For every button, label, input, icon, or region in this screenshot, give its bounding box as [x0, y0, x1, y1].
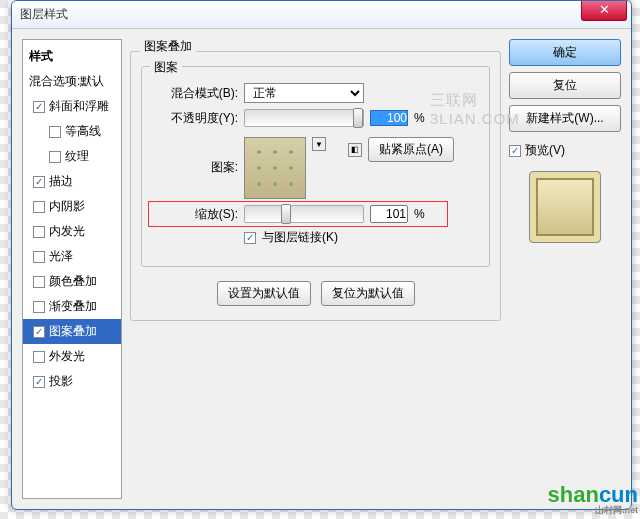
sidebar-item-label: 纹理	[65, 148, 89, 165]
sidebar-checkbox[interactable]	[33, 251, 45, 263]
cancel-button[interactable]: 复位	[509, 72, 621, 99]
sidebar-checkbox[interactable]	[33, 176, 45, 188]
link-layer-label: 与图层链接(K)	[262, 229, 338, 246]
sidebar-item-label: 斜面和浮雕	[49, 98, 109, 115]
titlebar[interactable]: 图层样式 ✕	[12, 1, 631, 29]
sidebar-item-label: 等高线	[65, 123, 101, 140]
opacity-label: 不透明度(Y):	[152, 110, 238, 127]
panel-title: 图案叠加	[140, 38, 196, 55]
sidebar-checkbox[interactable]	[33, 226, 45, 238]
scale-input[interactable]	[370, 205, 408, 223]
preview-label: 预览(V)	[525, 142, 565, 159]
sidebar-item-0[interactable]: 斜面和浮雕	[23, 94, 121, 119]
new-style-button[interactable]: 新建样式(W)...	[509, 105, 621, 132]
sidebar-item-7[interactable]: 颜色叠加	[23, 269, 121, 294]
sidebar-checkbox[interactable]	[33, 301, 45, 313]
sidebar-item-8[interactable]: 渐变叠加	[23, 294, 121, 319]
blend-mode-select[interactable]: 正常	[244, 83, 364, 103]
layer-style-dialog: 图层样式 ✕ 样式 混合选项:默认 斜面和浮雕等高线纹理描边内阴影内发光光泽颜色…	[11, 0, 632, 510]
section-legend: 图案	[150, 59, 182, 76]
sidebar-item-label: 内发光	[49, 223, 85, 240]
make-default-button[interactable]: 设置为默认值	[217, 281, 311, 306]
sidebar-checkbox[interactable]	[49, 151, 61, 163]
sidebar-item-label: 颜色叠加	[49, 273, 97, 290]
center-panel: 三联网 3LIAN.COM 图案叠加 图案 混合模式(B): 正常 不透明度(Y…	[130, 39, 501, 499]
sidebar-item-label: 光泽	[49, 248, 73, 265]
right-panel: 确定 复位 新建样式(W)... 预览(V)	[509, 39, 621, 499]
sidebar-checkbox[interactable]	[33, 101, 45, 113]
sidebar-item-1[interactable]: 等高线	[23, 119, 121, 144]
sidebar-item-5[interactable]: 内发光	[23, 219, 121, 244]
new-preset-icon[interactable]: ◧	[348, 143, 362, 157]
sidebar-checkbox[interactable]	[33, 276, 45, 288]
sidebar-checkbox[interactable]	[49, 126, 61, 138]
scale-slider[interactable]	[244, 205, 364, 223]
scale-unit: %	[414, 207, 425, 221]
sidebar-item-3[interactable]: 描边	[23, 169, 121, 194]
opacity-input[interactable]	[370, 110, 408, 126]
sidebar-checkbox[interactable]	[33, 201, 45, 213]
scale-label: 缩放(S):	[152, 206, 238, 223]
sidebar-header[interactable]: 样式	[23, 44, 121, 69]
styles-sidebar: 样式 混合选项:默认 斜面和浮雕等高线纹理描边内阴影内发光光泽颜色叠加渐变叠加图…	[22, 39, 122, 499]
sidebar-item-2[interactable]: 纹理	[23, 144, 121, 169]
sidebar-item-label: 渐变叠加	[49, 298, 97, 315]
reset-default-button[interactable]: 复位为默认值	[321, 281, 415, 306]
opacity-slider[interactable]	[244, 109, 364, 127]
sidebar-item-11[interactable]: 投影	[23, 369, 121, 394]
sidebar-checkbox[interactable]	[33, 326, 45, 338]
sidebar-item-9[interactable]: 图案叠加	[23, 319, 121, 344]
preview-checkbox[interactable]	[509, 145, 521, 157]
sidebar-item-6[interactable]: 光泽	[23, 244, 121, 269]
snap-origin-button[interactable]: 贴紧原点(A)	[368, 137, 454, 162]
close-button[interactable]: ✕	[581, 1, 627, 21]
pattern-picker-arrow[interactable]: ▼	[312, 137, 326, 151]
pattern-label: 图案:	[152, 137, 238, 176]
dialog-title: 图层样式	[20, 6, 68, 23]
link-layer-checkbox[interactable]	[244, 232, 256, 244]
opacity-unit: %	[414, 111, 425, 125]
sidebar-item-label: 投影	[49, 373, 73, 390]
sidebar-checkbox[interactable]	[33, 351, 45, 363]
sidebar-item-label: 图案叠加	[49, 323, 97, 340]
sidebar-item-label: 内阴影	[49, 198, 85, 215]
ok-button[interactable]: 确定	[509, 39, 621, 66]
blend-mode-label: 混合模式(B):	[152, 85, 238, 102]
sidebar-checkbox[interactable]	[33, 376, 45, 388]
preview-swatch	[529, 171, 601, 243]
sidebar-item-label: 描边	[49, 173, 73, 190]
sidebar-item-label: 外发光	[49, 348, 85, 365]
pattern-swatch[interactable]	[244, 137, 306, 199]
sidebar-blend-options[interactable]: 混合选项:默认	[23, 69, 121, 94]
sidebar-item-10[interactable]: 外发光	[23, 344, 121, 369]
sidebar-item-4[interactable]: 内阴影	[23, 194, 121, 219]
